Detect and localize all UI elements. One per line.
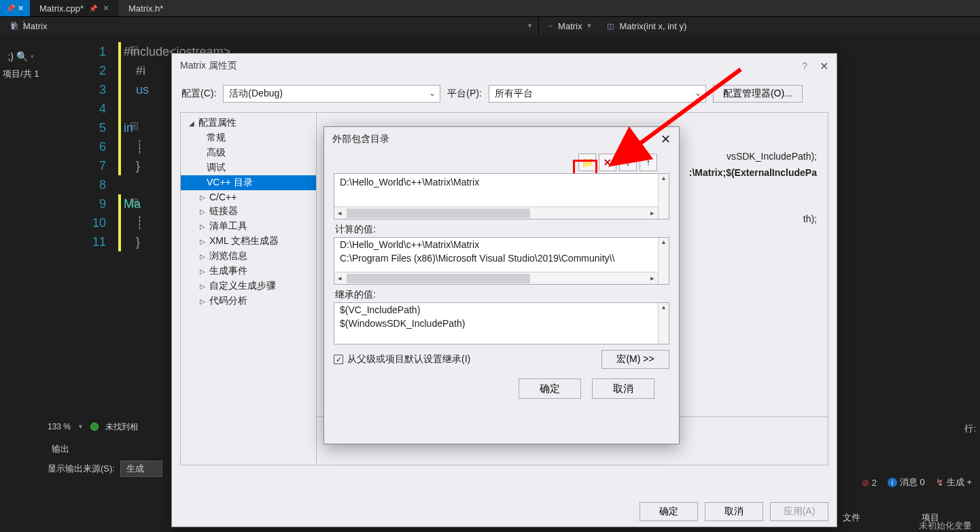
dialog-title-text: Matrix 属性页 — [180, 60, 237, 72]
close-icon[interactable]: ✕ — [661, 132, 671, 147]
inherited-list: $(VC_IncludePath) $(WindowsSDK_IncludePa… — [334, 302, 669, 344]
tree-manifest[interactable]: ▷清单工具 — [181, 219, 316, 234]
tree-browse[interactable]: ▷浏览信息 — [181, 249, 316, 264]
calculated-list: D:\Hello_World\c++\Matrix\Matrix C:\Prog… — [334, 237, 669, 285]
zoom-status-row: 133 %▼ 未找到相 — [48, 419, 138, 435]
zoom-level[interactable]: 133 % — [48, 422, 71, 431]
close-icon[interactable]: ✕ — [18, 4, 24, 13]
tab-matrix-cpp[interactable]: Matrix.cpp*📌✕ — [30, 0, 119, 16]
search-status: 未找到相 — [105, 421, 138, 433]
new-folder-button[interactable]: 📁 — [578, 154, 596, 171]
chevron-down-icon[interactable]: ▼ — [586, 22, 597, 29]
close-icon[interactable]: ✕ — [103, 3, 109, 13]
breadcrumb-scope[interactable]: Matrix — [558, 21, 582, 31]
breadcrumb-bar: ◧Matrix ▼ →Matrix ▼ ◫Matrix(int x, int y… — [0, 16, 980, 35]
pin-icon[interactable]: 📌 — [6, 4, 16, 13]
col-file: 文件 — [843, 512, 860, 524]
pin-strip: 📌✕ — [0, 0, 30, 16]
ok-button[interactable]: 确定 — [640, 502, 698, 521]
inherited-label: 继承的值: — [335, 289, 668, 301]
calc-entry: C:\Program Files (x86)\Microsoft Visual … — [334, 251, 669, 265]
platform-select[interactable]: 所有平台 — [489, 85, 706, 103]
horizontal-scrollbar[interactable]: ◂▸ — [334, 207, 658, 219]
move-down-button[interactable]: ↓ — [619, 154, 637, 171]
config-manager-button[interactable]: 配置管理器(O)... — [713, 85, 803, 103]
inherit-checkbox[interactable]: ✓从父级或项目默认设置继承(I) — [334, 353, 470, 366]
subdialog-title-text: 外部包含目录 — [332, 133, 389, 145]
chevron-down-icon[interactable]: ▼ — [77, 423, 84, 430]
output-source-row: 显示输出来源(S): 生成 — [48, 461, 162, 477]
move-up-button[interactable]: ↑ — [640, 154, 657, 171]
build-button[interactable]: ↯生成 + — [936, 476, 972, 489]
side-icon-strip: ⧉⋮ — [0, 16, 38, 33]
config-row: 配置(C): 活动(Debug) 平台(P): 所有平台 配置管理器(O)... — [172, 78, 837, 108]
nav-result-label: 项目/共 1 — [3, 68, 39, 80]
macros-button[interactable]: 宏(M) >> — [601, 350, 669, 369]
chevron-down-icon[interactable]: ▼ — [527, 22, 538, 29]
tree-cpp[interactable]: ▷C/C++ — [181, 190, 316, 204]
output-panel-tab[interactable]: 输出 — [48, 442, 73, 457]
path-entry[interactable]: D:\Hello_World\c++\Matrix\Matrix — [334, 174, 669, 190]
property-tree[interactable]: ◢配置属性 常规 高级 调试 VC++ 目录 ▷C/C++ ▷链接器 ▷清单工具… — [181, 113, 317, 465]
cursor-position: 行: — [964, 423, 976, 435]
horizontal-scrollbar[interactable]: ◂▸ — [334, 272, 658, 284]
copy-icon[interactable]: ⧉ — [11, 20, 17, 29]
status-ok-icon — [90, 423, 99, 431]
search-row: ;)🔍▾ — [0, 48, 38, 65]
cancel-button[interactable]: 取消 — [705, 502, 763, 521]
tree-buildevt[interactable]: ▷生成事件 — [181, 264, 316, 279]
tree-root[interactable]: ◢配置属性 — [181, 116, 316, 130]
calculated-label: 计算的值: — [335, 224, 668, 236]
platform-label: 平台(P): — [447, 88, 482, 100]
document-tab-bar: 📌✕ Matrix.cpp*📌✕ Matrix.h* — [0, 0, 980, 16]
external-include-dialog: 外部包含目录 ✕ 📁 ✕ ↓ ↑ D:\Hello_World\c++\Matr… — [323, 126, 680, 444]
subdialog-footer: 确定 取消 — [324, 378, 654, 399]
close-icon[interactable]: ✕ — [820, 60, 828, 73]
subdialog-titlebar: 外部包含目录 ✕ — [324, 127, 679, 152]
pin-icon[interactable]: 📌 — [89, 5, 97, 12]
arrow-right-icon: → — [546, 21, 554, 31]
output-source-select[interactable]: 生成 — [120, 461, 162, 477]
path-list[interactable]: D:\Hello_World\c++\Matrix\Matrix ▴ ◂▸ — [334, 173, 669, 219]
tree-linker[interactable]: ▷链接器 — [181, 204, 316, 219]
gear-icon[interactable]: ;) — [7, 51, 14, 62]
ok-button[interactable]: 确定 — [519, 378, 581, 399]
inherited-entry: $(VC_IncludePath) — [334, 303, 669, 317]
delete-button[interactable]: ✕ — [599, 154, 616, 171]
breadcrumb-method[interactable]: Matrix(int x, int y) — [619, 21, 686, 31]
tree-custom[interactable]: ▷自定义生成步骤 — [181, 279, 316, 294]
tree-general[interactable]: 常规 — [181, 130, 316, 145]
line-number-gutter: 1234567891011 — [48, 38, 116, 251]
tab-matrix-h[interactable]: Matrix.h* — [119, 0, 173, 16]
status-bar-right: ⊘2 i消息 0 ↯生成 + — [862, 474, 980, 491]
apply-button[interactable]: 应用(A) — [770, 502, 828, 521]
search-icon[interactable]: 🔍 — [16, 51, 28, 62]
inherited-entry: $(WindowsSDK_IncludePath) — [334, 317, 669, 330]
method-icon: ◫ — [606, 21, 615, 31]
dialog-footer: 确定 取消 应用(A) — [640, 502, 828, 521]
output-source-label: 显示输出来源(S): — [48, 463, 115, 475]
uninit-var-label: 未初始化变量 — [919, 520, 972, 532]
tree-codeanal[interactable]: ▷代码分析 — [181, 294, 316, 308]
help-icon[interactable]: ? — [802, 60, 807, 71]
tree-xmldoc[interactable]: ▷XML 文档生成器 — [181, 234, 316, 249]
dialog-titlebar: Matrix 属性页 ? ✕ — [172, 54, 837, 78]
tree-advanced[interactable]: 高级 — [181, 145, 316, 160]
cancel-button[interactable]: 取消 — [592, 378, 654, 399]
message-count[interactable]: i消息 0 — [888, 476, 925, 489]
error-badge[interactable]: ⊘2 — [862, 478, 877, 488]
menu-icon[interactable]: ⋮ — [20, 20, 28, 29]
tree-vc-dirs[interactable]: VC++ 目录 — [181, 175, 316, 190]
config-label: 配置(C): — [181, 88, 216, 100]
tree-debug[interactable]: 调试 — [181, 160, 316, 175]
calc-entry: D:\Hello_World\c++\Matrix\Matrix — [334, 238, 669, 251]
config-select[interactable]: 活动(Debug) — [223, 85, 440, 103]
subdialog-toolbar: 📁 ✕ ↓ ↑ — [324, 152, 679, 173]
